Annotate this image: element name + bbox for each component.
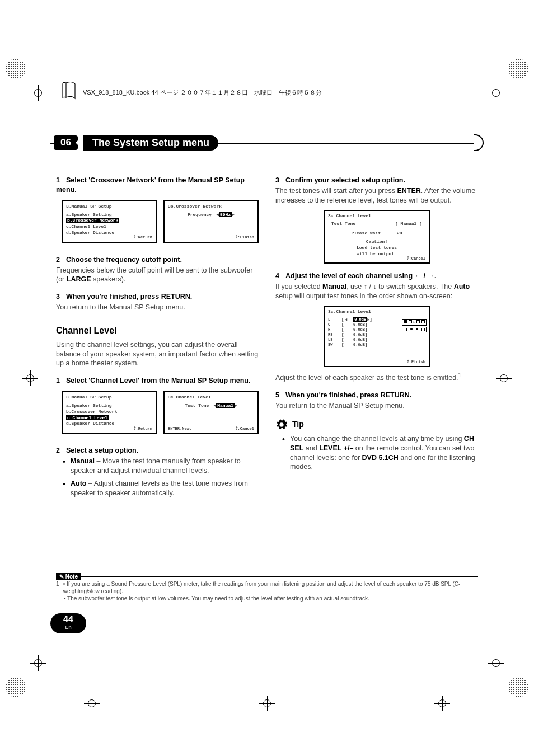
book-icon [62, 82, 76, 100]
step-heading: 1Select 'Crossover Network' from the Man… [56, 176, 259, 195]
osd-channel-level-select: 3c.Channel Level Test Tone ◀Manual▶ ENTE… [163, 391, 259, 434]
step-heading: 4Adjust the level of each channel using … [275, 271, 478, 281]
list-item: You can change the channel levels at any… [290, 434, 478, 472]
footnote-text: • If you are using a Sound Pressure Leve… [63, 580, 478, 595]
step-heading: 2Choose the frequency cutoff point. [56, 255, 259, 265]
chapter-bar: 06 The System Setup menu [50, 134, 484, 151]
crop-mark-icon [259, 696, 275, 711]
osd-manual-sp-setup-2: 3.Manual SP Setup a.Speaker Setting b.Cr… [62, 391, 157, 434]
chapter-title: The System Setup menu [83, 135, 218, 151]
crop-mark-icon [488, 655, 504, 671]
step-heading: 2Select a setup option. [56, 446, 259, 456]
book-header-text: VSX_918_818_KU.book 44 ページ ２００７年１１月２８日 水… [83, 88, 322, 97]
note-section: ✎ Note 1• If you are using a Sound Press… [56, 576, 478, 602]
page-lang: En [50, 624, 86, 630]
arrow-up-down-icon: ↑ / ↓ [364, 283, 377, 290]
body-text: Using the channel level settings, you ca… [56, 340, 259, 369]
osd-manual-sp-setup: 3.Manual SP Setup a.Speaker Setting b.Cr… [62, 200, 157, 243]
crop-mark-icon [488, 85, 504, 101]
chapter-number: 06 [54, 135, 78, 150]
footnote-ref: 1 [458, 372, 462, 378]
print-mark [508, 677, 528, 697]
page-number: 44 [50, 613, 86, 624]
arrow-left-right-icon: ← / → [415, 272, 434, 280]
body-text: The test tones will start after you pres… [275, 186, 478, 205]
body-text: You return to the Manual SP Setup menu. [56, 303, 259, 312]
body-text: Frequencies below the cutoff point will … [56, 266, 259, 285]
tip-label: Tip [292, 419, 304, 430]
note-label: Note [65, 574, 78, 580]
step-heading: 5When you're finished, press RETURN. [275, 391, 478, 400]
footnote-text: • The subwoofer test tone is output at l… [64, 595, 369, 602]
osd-crossover-network: 3b.Crossover Network Frequency ◀50Hz▶ ⤴:… [163, 200, 259, 243]
crop-mark-icon [30, 655, 46, 671]
page-number-badge: 44 En [50, 613, 86, 633]
step-heading: 1Select 'Channel Level' from the Manual … [56, 376, 259, 386]
body-text: Adjust the level of each speaker as the … [275, 372, 478, 383]
gear-icon [275, 419, 288, 431]
section-heading: Channel Level [56, 325, 259, 337]
print-mark [508, 59, 528, 79]
right-column: 3Confirm your selected setup option. The… [275, 168, 478, 501]
step-heading: 3When you're finished, press RETURN. [56, 292, 259, 302]
body-text: If you selected Manual, use ↑ / ↓ to swi… [275, 282, 478, 301]
crop-mark-icon [434, 696, 450, 711]
print-mark [6, 677, 26, 697]
speaker-layout-icon: □ [402, 319, 427, 334]
print-mark [6, 59, 26, 79]
list-item: Auto – Adjust channel levels as the test… [71, 479, 259, 498]
list-item: Manual – Move the test tone manually fro… [71, 457, 259, 476]
osd-test-tone-wait: 3c.Channel Level Test Tone[ Manual ] Ple… [324, 210, 430, 264]
step-heading: 3Confirm your selected setup option. [275, 176, 478, 185]
body-text: You return to the Manual SP Setup menu. [275, 401, 478, 411]
crop-mark-icon [30, 85, 46, 101]
footnote-number: 1 [56, 580, 63, 595]
left-column: 1Select 'Crossover Network' from the Man… [56, 168, 259, 501]
osd-channel-level-values: 3c.Channel Level L[◀0.0dB▶] C[0.0dB ] R[… [324, 306, 430, 367]
crop-mark-icon [84, 696, 100, 711]
